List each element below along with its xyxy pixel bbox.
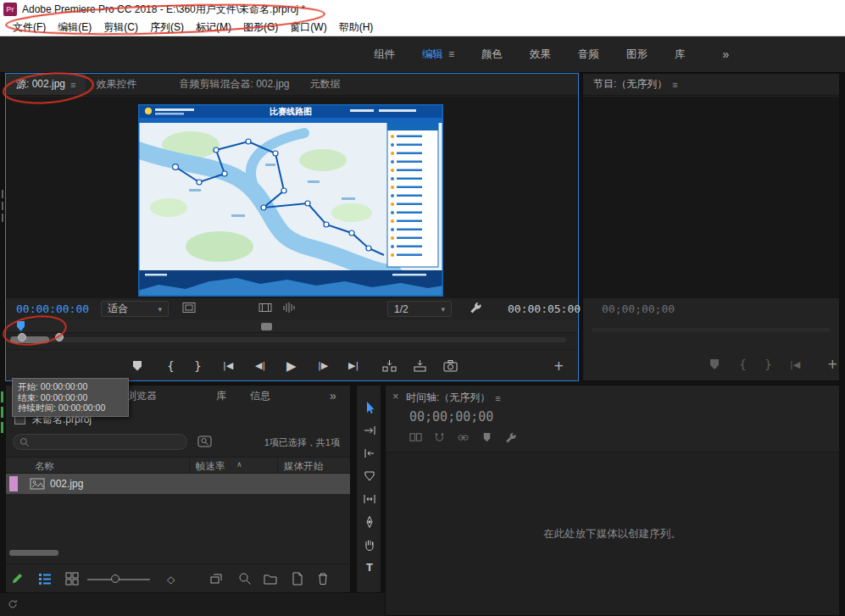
hand-tool[interactable] <box>357 533 382 556</box>
menu-marker[interactable]: 标记(M) <box>190 19 237 36</box>
program-zoom-scrollbar[interactable] <box>592 328 831 332</box>
search-input[interactable] <box>34 437 181 447</box>
source-current-timecode[interactable]: 00:00:00:00 <box>16 302 89 315</box>
button-editor-button[interactable]: + <box>553 350 564 381</box>
goto-in-button[interactable]: |◀ <box>790 350 800 379</box>
mark-in-button[interactable]: { <box>167 350 175 381</box>
menu-window[interactable]: 窗口(W) <box>284 19 332 36</box>
linked-selection-icon[interactable] <box>457 431 470 444</box>
menu-graphics[interactable]: 图形(G) <box>237 19 284 36</box>
close-icon[interactable]: × <box>392 390 399 402</box>
panel-overflow-button[interactable]: » <box>330 386 336 406</box>
source-time-ruler[interactable] <box>7 320 577 333</box>
zoom-handle-left[interactable] <box>18 333 26 341</box>
settings-wrench-icon[interactable] <box>469 301 482 314</box>
tab-timeline[interactable]: 时间轴:（无序列） ≡ <box>406 391 501 405</box>
add-marker-button[interactable] <box>710 350 719 379</box>
menu-clip[interactable]: 剪辑(C) <box>97 19 144 36</box>
mark-out-button[interactable]: } <box>764 350 772 379</box>
horizontal-scrollbar[interactable] <box>9 550 58 556</box>
zoom-level-select[interactable]: 适合 ▾ <box>101 301 169 317</box>
tab-audio-clip-mixer[interactable]: 音频剪辑混合器: 002.jpg <box>169 74 299 95</box>
timeline-settings-wrench-icon[interactable] <box>504 431 517 444</box>
safe-margins-icon[interactable] <box>182 302 196 314</box>
timeline-timecode[interactable]: 00;00;00;00 <box>409 409 493 425</box>
workspace-tab-editing[interactable]: 编辑 ≡ <box>409 36 468 72</box>
selection-tool[interactable] <box>357 396 382 419</box>
insert-button[interactable] <box>382 350 397 381</box>
workspace-tab-effects[interactable]: 效果 <box>516 36 564 72</box>
playback-resolution-select[interactable]: 1/2 ▾ <box>387 301 452 317</box>
button-editor-button[interactable]: + <box>827 350 838 379</box>
step-back-button[interactable]: ◀| <box>255 350 265 381</box>
automate-to-sequence-button[interactable] <box>209 572 223 585</box>
menu-sequence[interactable]: 序列(S) <box>144 19 190 36</box>
workspace-tab-assembly[interactable]: 组件 <box>360 36 409 72</box>
type-tool[interactable]: T <box>357 556 382 579</box>
overwrite-button[interactable] <box>413 350 427 381</box>
list-view-button[interactable] <box>38 572 52 585</box>
zoom-scrollbar-thumb[interactable] <box>10 336 49 343</box>
column-media-start[interactable]: 媒体开始 <box>284 460 323 473</box>
tab-metadata[interactable]: 元数据 <box>300 74 351 95</box>
panel-menu-icon[interactable]: ≡ <box>495 393 500 403</box>
add-marker-icon[interactable] <box>481 431 493 444</box>
ripple-edit-tool[interactable] <box>357 441 382 464</box>
workspace-tab-audio[interactable]: 音频 <box>564 36 613 72</box>
drag-audio-icon[interactable] <box>282 302 296 314</box>
freeform-view-icon[interactable]: ◇ <box>167 574 175 585</box>
pen-tool[interactable] <box>357 510 382 533</box>
new-bin-button[interactable] <box>264 572 277 585</box>
zoom-handle-right[interactable] <box>55 333 64 341</box>
menu-edit[interactable]: 编辑(E) <box>52 19 97 36</box>
project-search-box[interactable] <box>13 434 187 450</box>
column-frame-rate[interactable]: 帧速率 <box>196 460 225 473</box>
clip-label-swatch[interactable] <box>9 476 18 491</box>
menu-file[interactable]: 文件(F) <box>7 19 52 36</box>
new-item-button[interactable] <box>291 572 304 585</box>
workspace-tab-color[interactable]: 颜色 <box>468 36 516 72</box>
workspace-overflow-button[interactable]: » <box>723 47 730 61</box>
source-playhead[interactable] <box>17 321 25 331</box>
slip-tool[interactable] <box>357 487 382 510</box>
mark-out-button[interactable]: } <box>194 350 202 381</box>
panel-menu-icon[interactable]: ≡ <box>70 80 75 90</box>
razor-tool[interactable] <box>357 464 382 487</box>
clear-trash-button[interactable] <box>316 572 330 585</box>
menu-help[interactable]: 帮助(H) <box>333 19 380 36</box>
tab-info[interactable]: 信息 <box>250 386 270 406</box>
play-button[interactable]: ▶ <box>286 350 297 381</box>
program-timecode[interactable]: 00;00;00;00 <box>602 302 675 315</box>
workspace-tab-graphics[interactable]: 图形 <box>613 36 661 72</box>
column-name[interactable]: 名称 <box>35 460 54 473</box>
add-marker-button[interactable] <box>133 350 142 381</box>
track-select-forward-tool[interactable] <box>357 419 382 441</box>
timeline-drop-zone[interactable]: 在此处放下媒体以创建序列。 <box>386 452 839 615</box>
tab-source[interactable]: 源: 002.jpg ≡ <box>6 74 86 95</box>
icon-view-button[interactable] <box>65 572 79 585</box>
workspace-menu-icon[interactable]: ≡ <box>448 48 454 60</box>
column-divider[interactable] <box>189 458 190 473</box>
tab-libraries[interactable]: 库 <box>216 386 226 406</box>
column-divider[interactable] <box>277 458 278 473</box>
sync-settings-icon[interactable] <box>7 598 19 610</box>
export-frame-button[interactable] <box>443 350 458 381</box>
project-writable-icon[interactable] <box>11 572 24 585</box>
insert-overwrite-sequence-icon[interactable] <box>409 431 422 444</box>
find-button[interactable] <box>238 572 252 585</box>
panel-menu-icon[interactable]: ≡ <box>672 80 677 90</box>
step-forward-button[interactable]: |▶ <box>318 350 328 381</box>
zoom-slider-thumb[interactable] <box>111 574 120 583</box>
tab-program[interactable]: 节目:（无序列） ≡ <box>583 74 688 95</box>
source-zoom-scrollbar[interactable] <box>18 337 566 342</box>
tab-effect-controls[interactable]: 效果控件 <box>86 74 147 95</box>
snap-magnet-icon[interactable] <box>433 431 446 444</box>
mark-in-button[interactable]: { <box>739 350 747 379</box>
table-row-002jpg[interactable]: 002.jpg <box>6 474 350 494</box>
search-bin-button[interactable] <box>197 435 212 448</box>
drag-video-icon[interactable] <box>259 302 272 314</box>
goto-out-button[interactable]: ▶| <box>348 350 359 381</box>
ruler-grip[interactable] <box>261 323 272 330</box>
workspace-tab-libraries[interactable]: 库 <box>661 36 699 72</box>
goto-in-button[interactable]: |◀ <box>223 350 233 381</box>
